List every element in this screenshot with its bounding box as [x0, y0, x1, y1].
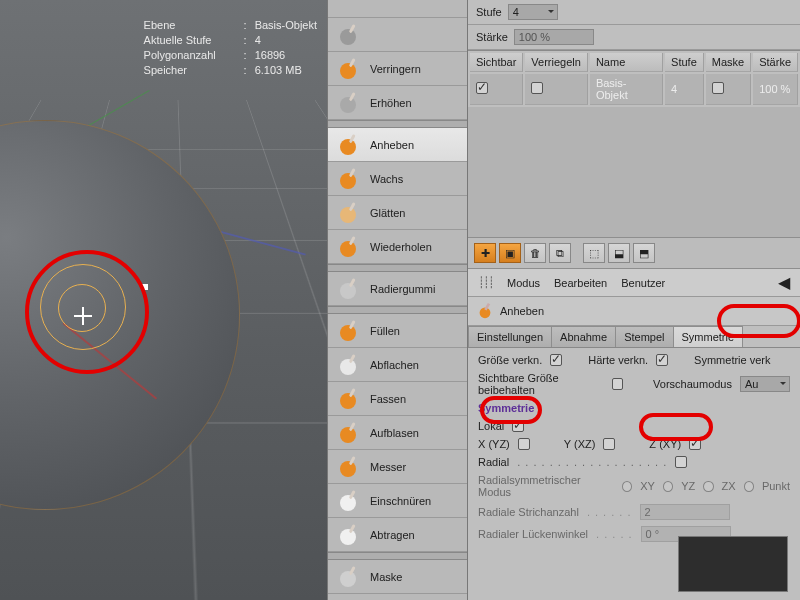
inflate-icon	[336, 420, 362, 446]
svg-point-14	[340, 283, 356, 299]
radcount-field[interactable]: 2	[640, 504, 730, 520]
tool-label: Radiergummi	[370, 283, 435, 295]
tool-label: Abflachen	[370, 359, 419, 371]
tab-stempel[interactable]: Stempel	[615, 326, 673, 347]
y-axis-check[interactable]	[603, 438, 615, 450]
hud-value: 16896	[255, 48, 286, 63]
tool-label: Verringern	[370, 63, 421, 75]
lokal-label: Lokal	[478, 420, 504, 432]
svg-point-22	[340, 427, 356, 443]
back-arrow-icon[interactable]: ◀	[778, 273, 790, 292]
tool-label: Anheben	[370, 139, 414, 151]
staerke-field[interactable]: 100 %	[514, 29, 594, 45]
radmode-label: Radialsymmetrischer Modus	[478, 474, 606, 498]
vorschaumodus-label: Vorschaumodus	[653, 378, 732, 390]
svg-point-18	[340, 359, 356, 375]
sculpt-tool-column: VerringernErhöhenAnhebenWachsGlättenWied…	[327, 0, 468, 600]
add-folder-button[interactable]: ▣	[499, 243, 521, 263]
col-maske[interactable]: Maske	[706, 53, 751, 72]
visible-checkbox[interactable]	[476, 82, 488, 94]
tool-fuellen[interactable]: Füllen	[328, 314, 467, 348]
tab-symmetrie[interactable]: Symmetrie	[673, 326, 744, 347]
tool-anheben[interactable]: Anheben	[328, 128, 467, 162]
hud-label: Ebene	[144, 18, 236, 33]
tool-btn-c[interactable]: ⬒	[633, 243, 655, 263]
grab-icon	[336, 386, 362, 412]
groesse-verkn-check[interactable]	[550, 354, 562, 366]
tool-aufblasen[interactable]: Aufblasen	[328, 416, 467, 450]
attribute-title: Anheben	[500, 305, 544, 317]
menu-bearbeiten[interactable]: Bearbeiten	[554, 277, 607, 289]
svg-point-26	[340, 495, 356, 511]
tool-glaetten[interactable]: Glätten	[328, 196, 467, 230]
svg-point-10	[340, 207, 356, 223]
tool-abflachen[interactable]: Abflachen	[328, 348, 467, 382]
eraser-icon	[336, 276, 362, 302]
tool-label: Abtragen	[370, 529, 415, 541]
grip-icon[interactable]: ┊┊┊	[478, 276, 493, 289]
swirl-icon	[336, 234, 362, 260]
tool-wachs[interactable]: Wachs	[328, 162, 467, 196]
haerte-verkn-check[interactable]	[656, 354, 668, 366]
col-staerke[interactable]: Stärke	[753, 53, 798, 72]
stufe-row: Stufe 4	[468, 0, 800, 25]
z-axis-check[interactable]	[689, 438, 701, 450]
svg-point-8	[340, 173, 356, 189]
tool-messer[interactable]: Messer	[328, 450, 467, 484]
attribute-menubar: ┊┊┊ Modus Bearbeiten Benutzer ◀	[468, 269, 800, 297]
tool-btn-a[interactable]: ⬚	[583, 243, 605, 263]
delete-button[interactable]: 🗑	[524, 243, 546, 263]
tool-btn-b[interactable]: ⬓	[608, 243, 630, 263]
tool-maske[interactable]: Maske	[328, 560, 467, 594]
tool-radiergummi[interactable]: Radiergummi	[328, 272, 467, 306]
tool-abtragen[interactable]: Abtragen	[328, 518, 467, 552]
radmode-zx[interactable]	[703, 481, 713, 492]
flatten-icon	[336, 352, 362, 378]
tool-verringern[interactable]: Verringern	[328, 52, 467, 86]
add-layer-button[interactable]: ✚	[474, 243, 496, 263]
x-axis-label: X (YZ)	[478, 438, 510, 450]
radmode-xy[interactable]	[622, 481, 632, 492]
cell-staerke: 100 %	[753, 74, 798, 105]
tool-unknown-tool[interactable]	[328, 18, 467, 52]
tool-erhoehen[interactable]: Erhöhen	[328, 86, 467, 120]
cell-stufe: 4	[665, 74, 704, 105]
stufe-dropdown[interactable]: 4	[508, 4, 558, 20]
staerke-row: Stärke 100 %	[468, 25, 800, 50]
sichtbare-groesse-check[interactable]	[612, 378, 623, 390]
haerte-verkn-label: Härte verkn.	[588, 354, 648, 366]
col-name[interactable]: Name	[590, 53, 663, 72]
tab-einstellungen[interactable]: Einstellungen	[468, 326, 552, 347]
radmode-punkt[interactable]	[744, 481, 754, 492]
viewport-3d[interactable]: Ebene:Basis-Objekt Aktuelle Stufe:4 Poly…	[0, 0, 327, 600]
tool-einschnueren[interactable]: Einschnüren	[328, 484, 467, 518]
menu-benutzer[interactable]: Benutzer	[621, 277, 665, 289]
tool-wiederholen[interactable]: Wiederholen	[328, 230, 467, 264]
attribute-tabs: Einstellungen Abnahme Stempel Symmetrie	[468, 326, 800, 348]
brush-orange-icon	[336, 132, 362, 158]
table-row[interactable]: Basis-Objekt 4 100 %	[470, 74, 798, 105]
tab-abnahme[interactable]: Abnahme	[551, 326, 616, 347]
radial-check[interactable]	[675, 456, 687, 468]
menu-modus[interactable]: Modus	[507, 277, 540, 289]
layer-empty-area	[468, 107, 800, 237]
col-sichtbar[interactable]: Sichtbar	[470, 53, 523, 72]
vorschaumodus-dropdown[interactable]: Au	[740, 376, 790, 392]
copy-button[interactable]: ⧉	[549, 243, 571, 263]
radcount-label: Radiale Strichanzahl	[478, 506, 579, 518]
brush-radius-inner	[58, 284, 106, 332]
mask-checkbox[interactable]	[712, 82, 724, 94]
svg-point-4	[340, 97, 356, 113]
hud-label: Speicher	[144, 63, 236, 78]
x-axis-check[interactable]	[518, 438, 530, 450]
hud-label: Polygonanzahl	[144, 48, 236, 63]
col-stufe[interactable]: Stufe	[665, 53, 704, 72]
col-verriegeln[interactable]: Verriegeln	[525, 53, 588, 72]
tool-fassen[interactable]: Fassen	[328, 382, 467, 416]
lock-checkbox[interactable]	[531, 82, 543, 94]
groesse-verkn-label: Größe verkn.	[478, 354, 542, 366]
radmode-yz[interactable]	[663, 481, 673, 492]
z-axis-label: Z (XY)	[649, 438, 681, 450]
lokal-check[interactable]	[512, 420, 524, 432]
layer-iconbar: ✚ ▣ 🗑 ⧉ ⬚ ⬓ ⬒	[468, 237, 800, 269]
